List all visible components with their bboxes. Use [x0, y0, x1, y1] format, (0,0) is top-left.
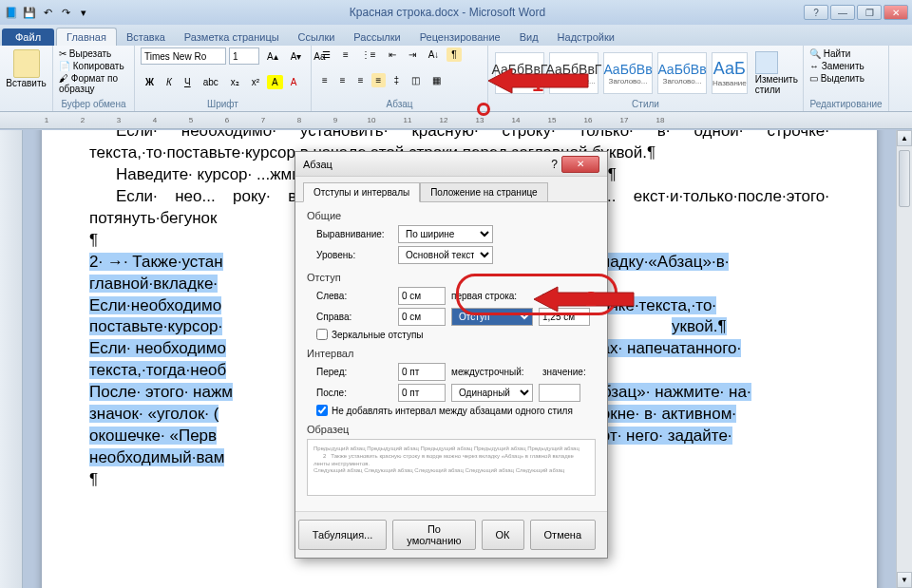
- align-label: Выравнивание:: [316, 229, 392, 239]
- dialog-title: Абзац: [303, 159, 551, 170]
- line-spacing-select[interactable]: Одинарный: [451, 384, 533, 402]
- mirror-indents-checkbox[interactable]: Зеркальные отступы: [307, 329, 596, 340]
- no-same-spacing-checkbox[interactable]: Не добавлять интервал между абзацами одн…: [307, 405, 596, 416]
- value-label: значение:: [542, 367, 584, 377]
- section-preview: Образец Предыдущий абзац Предыдущий абза…: [307, 424, 596, 496]
- space-after-label: После:: [316, 388, 392, 398]
- level-select[interactable]: Основной текст: [398, 246, 493, 264]
- align-select[interactable]: По ширине: [398, 225, 493, 243]
- annotation-number-2: 2: [585, 287, 597, 312]
- indent-left-spin[interactable]: 0 см: [398, 287, 446, 305]
- ok-button[interactable]: ОК: [482, 520, 524, 550]
- preview-box: Предыдущий абзац Предыдущий абзац Предыд…: [307, 439, 596, 496]
- space-before-spin[interactable]: 0 пт: [398, 363, 446, 381]
- dialog-body: Общие Выравнивание: По ширине Уровень: О…: [295, 201, 607, 511]
- indent-left-label: Слева:: [316, 291, 392, 301]
- paragraph-dialog: Абзац ? ✕ Отступы и интервалы Положение …: [294, 151, 608, 559]
- dialog-titlebar[interactable]: Абзац ? ✕: [295, 152, 607, 177]
- section-general: Общие Выравнивание: По ширине Уровень: О…: [307, 210, 596, 264]
- dialog-tab-indents[interactable]: Отступы и интервалы: [303, 182, 420, 202]
- tabstops-button[interactable]: Табуляция...: [298, 520, 388, 550]
- space-after-spin[interactable]: 0 пт: [398, 384, 446, 402]
- indent-right-spin[interactable]: 0 см: [398, 308, 446, 326]
- line-spacing-label: междустрочный:: [451, 367, 537, 377]
- section-general-title: Общие: [307, 210, 596, 221]
- dialog-tabs: Отступы и интервалы Положение на страниц…: [295, 177, 607, 202]
- dialog-help-icon[interactable]: ?: [551, 158, 558, 171]
- default-button[interactable]: По умолчанию: [392, 520, 475, 550]
- section-spacing: Интервал Перед: 0 пт междустрочный: знач…: [307, 348, 596, 416]
- dialog-tab-position[interactable]: Положение на странице: [420, 182, 547, 202]
- dialog-close-button[interactable]: ✕: [561, 156, 599, 173]
- cancel-button[interactable]: Отмена: [530, 520, 596, 550]
- level-label: Уровень:: [316, 250, 392, 260]
- indent-right-label: Справа:: [316, 312, 392, 322]
- dialog-buttons: Табуляция... По умолчанию ОК Отмена: [295, 511, 607, 558]
- space-before-label: Перед:: [316, 367, 392, 377]
- line-spacing-value-spin[interactable]: [539, 384, 580, 402]
- annotation-number-1: 1: [532, 72, 543, 97]
- preview-title: Образец: [307, 424, 596, 435]
- section-spacing-title: Интервал: [307, 348, 596, 359]
